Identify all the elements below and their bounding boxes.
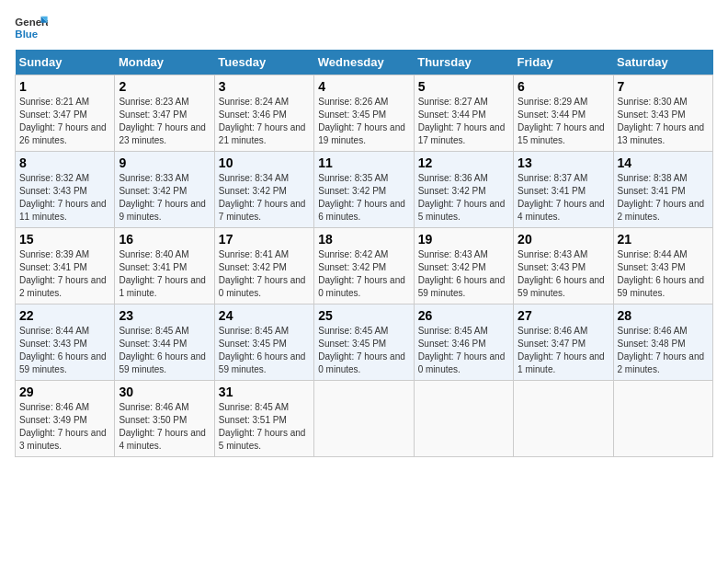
day-detail: Sunrise: 8:44 AM Sunset: 3:43 PM Dayligh… xyxy=(618,249,705,298)
day-number: 6 xyxy=(518,79,609,94)
day-detail: Sunrise: 8:45 AM Sunset: 3:46 PM Dayligh… xyxy=(418,326,506,374)
day-detail: Sunrise: 8:44 AM Sunset: 3:43 PM Dayligh… xyxy=(19,326,107,374)
calendar-cell: 7 Sunrise: 8:30 AM Sunset: 3:43 PM Dayli… xyxy=(613,75,712,152)
day-detail: Sunrise: 8:46 AM Sunset: 3:48 PM Dayligh… xyxy=(618,326,705,374)
day-detail: Sunrise: 8:21 AM Sunset: 3:47 PM Dayligh… xyxy=(19,97,107,145)
calendar-cell: 12 Sunrise: 8:36 AM Sunset: 3:42 PM Dayl… xyxy=(414,152,513,228)
calendar-week-1: 1 Sunrise: 8:21 AM Sunset: 3:47 PM Dayli… xyxy=(16,75,713,152)
day-detail: Sunrise: 8:37 AM Sunset: 3:41 PM Dayligh… xyxy=(518,173,605,222)
calendar-cell: 4 Sunrise: 8:26 AM Sunset: 3:45 PM Dayli… xyxy=(314,75,414,152)
day-number: 17 xyxy=(219,232,310,247)
day-header-wednesday: Wednesday xyxy=(314,50,414,75)
calendar-cell: 29 Sunrise: 8:46 AM Sunset: 3:49 PM Dayl… xyxy=(16,381,115,457)
calendar-cell: 10 Sunrise: 8:34 AM Sunset: 3:42 PM Dayl… xyxy=(214,152,313,228)
calendar-week-2: 8 Sunrise: 8:32 AM Sunset: 3:43 PM Dayli… xyxy=(16,152,713,228)
day-number: 8 xyxy=(19,155,110,170)
day-detail: Sunrise: 8:35 AM Sunset: 3:42 PM Dayligh… xyxy=(318,173,405,222)
calendar-cell: 6 Sunrise: 8:29 AM Sunset: 3:44 PM Dayli… xyxy=(514,75,613,152)
day-number: 14 xyxy=(618,155,709,170)
day-detail: Sunrise: 8:45 AM Sunset: 3:45 PM Dayligh… xyxy=(219,326,306,374)
calendar-cell: 11 Sunrise: 8:35 AM Sunset: 3:42 PM Dayl… xyxy=(314,152,414,228)
day-detail: Sunrise: 8:43 AM Sunset: 3:43 PM Dayligh… xyxy=(518,249,605,298)
day-detail: Sunrise: 8:45 AM Sunset: 3:45 PM Dayligh… xyxy=(318,326,405,374)
calendar-cell: 5 Sunrise: 8:27 AM Sunset: 3:44 PM Dayli… xyxy=(414,75,513,152)
calendar-cell: 1 Sunrise: 8:21 AM Sunset: 3:47 PM Dayli… xyxy=(16,75,115,152)
day-header-friday: Friday xyxy=(514,50,613,75)
calendar-cell: 8 Sunrise: 8:32 AM Sunset: 3:43 PM Dayli… xyxy=(16,152,115,228)
calendar-cell xyxy=(514,381,613,457)
calendar-cell: 18 Sunrise: 8:42 AM Sunset: 3:42 PM Dayl… xyxy=(314,228,414,304)
calendar-header-row: SundayMondayTuesdayWednesdayThursdayFrid… xyxy=(16,50,713,75)
day-number: 24 xyxy=(219,308,310,323)
day-detail: Sunrise: 8:45 AM Sunset: 3:51 PM Dayligh… xyxy=(219,402,306,451)
day-detail: Sunrise: 8:38 AM Sunset: 3:41 PM Dayligh… xyxy=(618,173,705,222)
calendar-cell: 26 Sunrise: 8:45 AM Sunset: 3:46 PM Dayl… xyxy=(414,304,513,381)
day-detail: Sunrise: 8:26 AM Sunset: 3:45 PM Dayligh… xyxy=(318,97,405,145)
day-header-monday: Monday xyxy=(115,50,214,75)
day-detail: Sunrise: 8:46 AM Sunset: 3:50 PM Dayligh… xyxy=(119,402,206,451)
day-detail: Sunrise: 8:46 AM Sunset: 3:49 PM Dayligh… xyxy=(19,402,107,451)
day-number: 1 xyxy=(19,79,110,94)
day-number: 31 xyxy=(219,385,310,399)
calendar-cell: 3 Sunrise: 8:24 AM Sunset: 3:46 PM Dayli… xyxy=(214,75,313,152)
day-detail: Sunrise: 8:43 AM Sunset: 3:42 PM Dayligh… xyxy=(418,249,506,298)
day-number: 5 xyxy=(418,79,509,94)
day-header-tuesday: Tuesday xyxy=(214,50,313,75)
day-number: 18 xyxy=(318,232,409,247)
day-number: 29 xyxy=(19,385,110,399)
day-number: 28 xyxy=(618,308,709,323)
day-detail: Sunrise: 8:40 AM Sunset: 3:41 PM Dayligh… xyxy=(119,249,206,298)
day-number: 25 xyxy=(318,308,409,323)
day-header-saturday: Saturday xyxy=(613,50,712,75)
day-header-thursday: Thursday xyxy=(414,50,513,75)
calendar-week-5: 29 Sunrise: 8:46 AM Sunset: 3:49 PM Dayl… xyxy=(16,381,713,457)
day-number: 13 xyxy=(518,155,609,170)
day-detail: Sunrise: 8:45 AM Sunset: 3:44 PM Dayligh… xyxy=(119,326,206,374)
calendar-cell: 23 Sunrise: 8:45 AM Sunset: 3:44 PM Dayl… xyxy=(115,304,214,381)
day-detail: Sunrise: 8:29 AM Sunset: 3:44 PM Dayligh… xyxy=(518,97,605,145)
day-number: 22 xyxy=(19,308,110,323)
day-number: 4 xyxy=(318,79,409,94)
day-detail: Sunrise: 8:23 AM Sunset: 3:47 PM Dayligh… xyxy=(119,97,206,145)
day-number: 10 xyxy=(219,155,310,170)
calendar-cell: 9 Sunrise: 8:33 AM Sunset: 3:42 PM Dayli… xyxy=(115,152,214,228)
calendar-week-3: 15 Sunrise: 8:39 AM Sunset: 3:41 PM Dayl… xyxy=(16,228,713,304)
day-number: 21 xyxy=(618,232,709,247)
day-number: 23 xyxy=(119,308,210,323)
calendar-cell: 14 Sunrise: 8:38 AM Sunset: 3:41 PM Dayl… xyxy=(613,152,712,228)
day-number: 27 xyxy=(518,308,609,323)
calendar-cell: 20 Sunrise: 8:43 AM Sunset: 3:43 PM Dayl… xyxy=(514,228,613,304)
logo-icon: General Blue xyxy=(15,15,48,42)
day-detail: Sunrise: 8:34 AM Sunset: 3:42 PM Dayligh… xyxy=(219,173,306,222)
day-number: 15 xyxy=(19,232,110,247)
day-number: 9 xyxy=(119,155,210,170)
day-number: 26 xyxy=(418,308,509,323)
calendar-cell: 21 Sunrise: 8:44 AM Sunset: 3:43 PM Dayl… xyxy=(613,228,712,304)
calendar-cell: 31 Sunrise: 8:45 AM Sunset: 3:51 PM Dayl… xyxy=(214,381,313,457)
day-detail: Sunrise: 8:42 AM Sunset: 3:42 PM Dayligh… xyxy=(318,249,405,298)
day-detail: Sunrise: 8:41 AM Sunset: 3:42 PM Dayligh… xyxy=(219,249,306,298)
day-number: 12 xyxy=(418,155,509,170)
calendar-table: SundayMondayTuesdayWednesdayThursdayFrid… xyxy=(15,50,713,457)
day-number: 16 xyxy=(119,232,210,247)
page-header: General Blue xyxy=(15,15,713,42)
svg-text:Blue: Blue xyxy=(15,29,38,40)
logo: General Blue xyxy=(15,15,48,42)
calendar-cell: 30 Sunrise: 8:46 AM Sunset: 3:50 PM Dayl… xyxy=(115,381,214,457)
calendar-cell xyxy=(613,381,712,457)
day-detail: Sunrise: 8:46 AM Sunset: 3:47 PM Dayligh… xyxy=(518,326,605,374)
calendar-cell: 17 Sunrise: 8:41 AM Sunset: 3:42 PM Dayl… xyxy=(214,228,313,304)
day-detail: Sunrise: 8:30 AM Sunset: 3:43 PM Dayligh… xyxy=(618,97,705,145)
calendar-cell: 22 Sunrise: 8:44 AM Sunset: 3:43 PM Dayl… xyxy=(16,304,115,381)
day-detail: Sunrise: 8:36 AM Sunset: 3:42 PM Dayligh… xyxy=(418,173,506,222)
day-number: 19 xyxy=(418,232,509,247)
day-number: 30 xyxy=(119,385,210,399)
day-number: 11 xyxy=(318,155,409,170)
day-detail: Sunrise: 8:24 AM Sunset: 3:46 PM Dayligh… xyxy=(219,97,306,145)
day-number: 20 xyxy=(518,232,609,247)
calendar-cell: 19 Sunrise: 8:43 AM Sunset: 3:42 PM Dayl… xyxy=(414,228,513,304)
day-number: 7 xyxy=(618,79,709,94)
day-detail: Sunrise: 8:32 AM Sunset: 3:43 PM Dayligh… xyxy=(19,173,107,222)
calendar-cell: 25 Sunrise: 8:45 AM Sunset: 3:45 PM Dayl… xyxy=(314,304,414,381)
calendar-cell: 27 Sunrise: 8:46 AM Sunset: 3:47 PM Dayl… xyxy=(514,304,613,381)
